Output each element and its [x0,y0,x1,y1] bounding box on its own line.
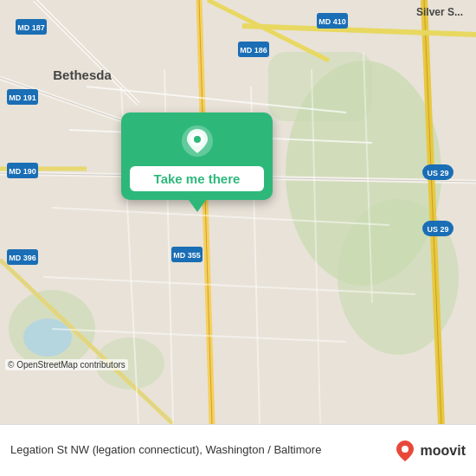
popup-card[interactable]: Take me there [121,113,273,200]
svg-text:Bethesda: Bethesda [53,68,112,82]
svg-text:MD 191: MD 191 [9,93,36,102]
osm-attribution: © OpenStreetMap contributors [5,359,128,370]
take-me-there-button[interactable]: Take me there [130,166,264,191]
moovit-logo: moovit [393,439,466,463]
svg-text:US 29: US 29 [427,225,448,234]
svg-point-56 [194,136,201,143]
map-container: MD 187 MD 410 MD 191 MD 186 MD 190 MD 3 … [0,0,476,424]
bottom-bar: Legation St NW (legation connecticut), W… [0,424,476,476]
svg-text:MD 410: MD 410 [318,17,346,26]
svg-text:Silver S...: Silver S... [416,6,463,18]
svg-text:MD 187: MD 187 [17,23,45,32]
svg-text:US 29: US 29 [427,169,448,177]
svg-text:MD 396: MD 396 [9,254,36,262]
svg-text:MD 355: MD 355 [173,251,201,260]
svg-point-6 [23,318,72,357]
moovit-brand-text: moovit [421,443,466,459]
svg-point-57 [402,446,408,453]
svg-text:MD 186: MD 186 [240,46,267,55]
location-text: Legation St NW (legation connecticut), W… [10,442,393,458]
svg-text:MD 190: MD 190 [9,167,36,176]
location-pin-icon [181,125,214,158]
moovit-pin-icon [393,439,417,463]
